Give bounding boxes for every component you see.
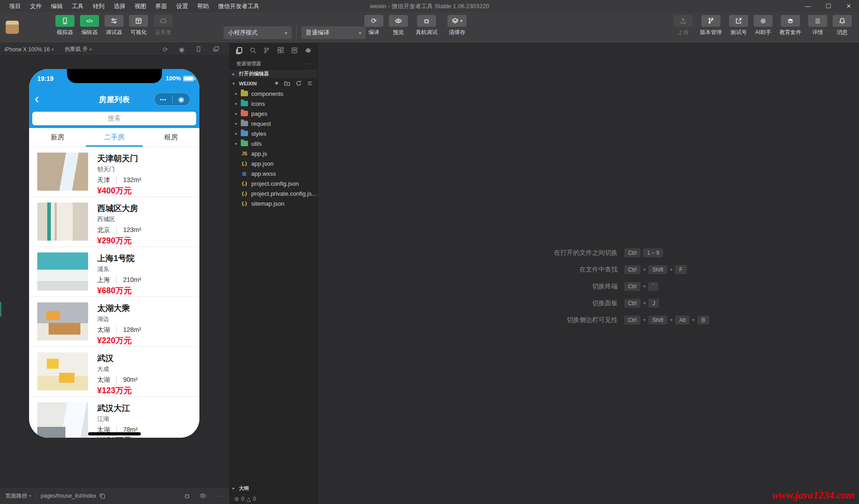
source-control-icon[interactable] [260,44,273,56]
record-icon[interactable]: ◉ [179,46,184,53]
mode-select[interactable]: 小程序模式 ▾ [223,26,292,39]
tree-folder-styles[interactable]: ▸styles [230,128,318,138]
maximize-button[interactable]: ☐ [818,0,839,12]
messages-label: 消息 [837,29,848,36]
house-price: ¥290万元 [97,236,141,245]
house-list-item[interactable]: 武汉 大成 太湖90m² ¥123万元 [29,347,199,397]
menu-project[interactable]: 项目 [5,0,25,12]
menu-select[interactable]: 选择 [109,0,130,12]
messages-button[interactable] [833,15,852,27]
compile-button[interactable]: ⟳ [364,15,383,27]
menu-goto[interactable]: 转到 [88,0,109,12]
search-icon[interactable] [247,44,260,56]
refresh-icon[interactable] [296,80,302,86]
tree-file-project-private-config[interactable]: {.}project.private.config.js... [230,188,318,198]
menu-file[interactable]: 文件 [25,0,46,12]
json-file-icon: {.} [241,181,248,186]
more-menu-icon[interactable]: ••• [154,97,172,102]
close-button[interactable]: ✕ [839,0,859,12]
tree-file-app-wxss[interactable]: ≋app.wxss [230,168,318,178]
divider [116,326,117,334]
test-account-button[interactable] [729,15,748,27]
menu-edit[interactable]: 编辑 [46,0,67,12]
clear-cache-button[interactable]: ▾ [447,15,467,27]
outline-section[interactable]: ▸ 大纲 [230,483,318,493]
menu-help[interactable]: 帮助 [193,0,214,12]
debugger-toggle-button[interactable] [104,15,124,27]
open-editors-section[interactable]: ▸ 打开的编辑器 [230,69,318,78]
tree-folder-request[interactable]: ▸request [230,119,318,128]
tab-second-hand[interactable]: 二手房 [86,128,143,147]
education-suite-button[interactable] [781,15,800,27]
tab-rent[interactable]: 租房 [143,128,199,147]
warning-icon: △ [247,496,251,502]
plus-separator: + [670,317,673,323]
key-chip: Ctrl [624,248,641,257]
visual-toggle-button[interactable] [129,15,148,27]
project-root-row[interactable]: ▾ WEIXIN + [230,78,318,89]
house-city: 太湖 [97,376,110,384]
upload-button[interactable] [674,15,693,27]
chevron-down-icon: ▾ [89,47,92,52]
minimize-button[interactable]: — [798,0,818,12]
menu-view[interactable]: 视图 [130,0,151,12]
shortcut-keys: Ctrl + J [624,299,710,308]
explorer-more-icon[interactable]: ··· [303,61,311,66]
multi-window-icon[interactable] [213,46,219,52]
menu-settings[interactable]: 设置 [172,0,193,12]
search-input[interactable]: 搜索 [32,112,196,125]
house-title: 上海1号院 [97,253,141,263]
menu-devtools[interactable]: 微信开发者工具 [214,0,264,12]
tree-file-project-config[interactable]: {.}project.config.json [230,178,318,188]
house-list-item[interactable]: 太湖大乘 湖边 太湖128m² ¥220万元 [29,297,199,347]
eye-icon[interactable] [199,492,207,499]
tab-new-house[interactable]: 新房 [29,128,86,147]
cloud-dev-icon[interactable] [302,44,315,56]
tree-file-sitemap[interactable]: {.}sitemap.json [230,198,318,208]
rotate-device-icon[interactable]: ⟳ [163,46,168,53]
editor-toggle-button[interactable]: </> [80,15,99,27]
tree-folder-icons[interactable]: ▸icons [230,99,318,109]
device-frame-icon[interactable] [195,46,202,52]
menu-tools[interactable]: 工具 [67,0,88,12]
version-control-button[interactable] [701,15,720,27]
new-folder-icon[interactable] [284,80,290,86]
tree-file-app-json[interactable]: {.}app.json [230,158,318,168]
new-file-icon[interactable]: + [275,80,278,86]
cloud-dev-button[interactable] [154,15,173,27]
tree-folder-components[interactable]: ▸components [230,89,318,99]
vconsole-bug-icon[interactable] [184,492,191,499]
more-icon[interactable]: ··· [215,493,223,499]
details-button[interactable]: ☰ [808,15,827,27]
ai-assistant-button[interactable]: ⊗ [754,15,773,27]
simulator-toggle-button[interactable] [55,15,74,27]
hot-reload-toggle[interactable]: 热重载 开 ▾ [65,45,92,53]
folder-icon [241,91,248,96]
eye-icon [395,17,402,25]
problems-status[interactable]: ⊘ 0 △ 0 [230,493,318,504]
mode-select-value: 小程序模式 [228,29,258,37]
tree-folder-utils[interactable]: ▸utils [230,138,318,148]
tree-folder-pages[interactable]: ▸pages [230,109,318,119]
shortcut-keys: Ctrl + Shift + Alt + B [624,316,710,325]
npm-icon[interactable] [288,44,301,56]
device-select[interactable]: iPhone X 100% 16 ▾ [5,46,54,53]
house-list-item[interactable]: 武汉大江 江湖 太湖78m² ¥150万元 [29,397,199,438]
extensions-icon[interactable] [274,44,288,56]
page-path-select[interactable]: 页面路径 ▾ [5,492,31,500]
collapse-all-icon[interactable] [307,80,313,86]
house-list-item[interactable]: 上海1号院 浦东 上海210m² ¥680万元 [29,247,199,297]
house-list-item[interactable]: 西城区大房 西城区 北京123m² ¥290万元 [29,197,199,247]
remote-debug-button[interactable] [417,15,436,27]
compile-mode-select[interactable]: 普通编译 ▾ [301,26,366,39]
files-icon[interactable] [233,44,246,56]
tree-file-app-js[interactable]: JSapp.js [230,148,318,158]
house-list-item[interactable]: 天津朝天门 朝天门 天津132m² ¥400万元 [29,147,199,197]
menu-interface[interactable]: 界面 [151,0,172,12]
user-avatar[interactable] [5,20,19,34]
exit-circle-icon[interactable]: ◉ [173,95,190,104]
preview-button[interactable] [389,15,408,27]
copy-icon[interactable] [99,493,105,499]
git-branch-icon [707,17,715,25]
simulator-footer: 页面路径 ▾ pages/house_list/index ··· [0,487,229,504]
